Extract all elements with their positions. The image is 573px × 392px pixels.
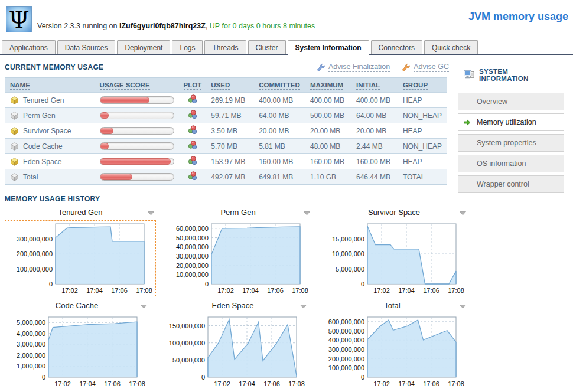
svg-text:3,000,000: 3,000,000 — [17, 341, 45, 348]
group-value: HEAP — [398, 123, 447, 139]
maximum-value: 500.00 MB — [305, 108, 351, 123]
usage-score-bar — [100, 112, 174, 119]
version-prefix: Version 2.3.3 running on — [37, 22, 118, 30]
table-row-total: Total 492.07 MB649.81 MB1.10 GB646.44 MB… — [5, 169, 447, 185]
tab-quick-check[interactable]: Quick check — [424, 40, 478, 54]
svg-text:17:04: 17:04 — [239, 380, 255, 387]
tab-applications[interactable]: Applications — [2, 40, 56, 54]
advise-finalization-link[interactable]: Advise Finalization — [317, 63, 390, 72]
column-header-name[interactable]: NAME — [5, 78, 95, 93]
tab-connectors[interactable]: Connectors — [371, 40, 422, 54]
nonheap-cube-icon — [10, 142, 19, 151]
column-header-plot[interactable]: PLOT — [179, 78, 207, 93]
column-header-committed[interactable]: COMMITTED — [254, 78, 305, 93]
tab-logs[interactable]: Logs — [172, 40, 203, 54]
tab-system-information[interactable]: System Information — [288, 40, 369, 55]
app-logo[interactable]: Ψ — [6, 6, 32, 32]
sidebar-item-os-information[interactable]: OS information — [458, 155, 564, 172]
memory-region-name: Tenured Gen — [23, 96, 64, 104]
plot-link[interactable] — [188, 94, 197, 106]
column-header-group[interactable]: GROUP — [398, 78, 447, 93]
svg-text:10,000,000: 10,000,000 — [176, 271, 209, 278]
tab-bar: ApplicationsData SourcesDeploymentLogsTh… — [0, 40, 573, 55]
chart-title-row: Eden Space — [157, 301, 308, 313]
chart-menu-button[interactable] — [304, 211, 310, 215]
chart-menu-button[interactable] — [460, 211, 466, 215]
usage-score-bar — [100, 96, 174, 104]
plot-link[interactable] — [188, 110, 197, 121]
column-header-maximum[interactable]: MAXIMUM — [305, 78, 351, 93]
chart-title: Perm Gen — [220, 208, 255, 217]
plot-link[interactable] — [188, 171, 197, 182]
sidebar-item-memory-utilization[interactable]: Memory utilization — [458, 113, 564, 131]
chart-plot-survivor-space[interactable]: 05,000,00010,000,00015,000,00017:0217:04… — [320, 220, 468, 296]
svg-text:150,000,000: 150,000,000 — [169, 322, 205, 329]
chevron-down-icon — [304, 211, 310, 215]
chevron-down-icon — [300, 305, 307, 309]
used-value: 5.70 MB — [206, 139, 254, 154]
group-value: NON_HEAP — [398, 108, 447, 123]
svg-text:600,000,000: 600,000,000 — [328, 318, 364, 325]
chart-title: Tenured Gen — [58, 208, 102, 217]
svg-text:2,000,000: 2,000,000 — [17, 352, 45, 359]
maximum-value: 48.00 MB — [305, 139, 351, 154]
svg-text:100,000,000: 100,000,000 — [169, 339, 205, 347]
wrench-blue-icon — [317, 63, 325, 72]
plot-link[interactable] — [188, 141, 197, 152]
usage-score-bar — [100, 173, 174, 181]
chart-plot-total[interactable]: 0100,000,000200,000,000300,000,000400,00… — [317, 313, 468, 390]
plot-link[interactable] — [188, 125, 197, 136]
plot-icon — [188, 171, 197, 181]
main-area: CURRENT MEMORY USAGE Advise Finalization… — [0, 55, 573, 390]
table-row-perm-gen: Perm Gen 59.71 MB64.00 MB500.00 MB64.00 … — [5, 108, 447, 123]
memory-table: NAMEUSAGE SCOREPLOTUSEDCOMMITTEDMAXIMUMI… — [5, 77, 447, 185]
committed-value: 160.00 MB — [254, 154, 305, 169]
version-line: Version 2.3.3 running on iZuf6gyurl0fqb8… — [37, 22, 315, 30]
chart-menu-button[interactable] — [148, 211, 154, 215]
svg-text:30,000,000: 30,000,000 — [176, 253, 209, 260]
memory-region-name: Survivor Space — [23, 127, 71, 135]
sidebar-item-overview[interactable]: Overview — [458, 93, 564, 110]
tab-deployment[interactable]: Deployment — [117, 40, 170, 54]
svg-text:17:02: 17:02 — [54, 380, 71, 387]
advise-finalization-label: Advise Finalization — [328, 63, 390, 72]
svg-text:17:08: 17:08 — [136, 287, 152, 294]
chart-plot-eden-space[interactable]: 050,000,000100,000,000150,000,00017:0217… — [157, 313, 308, 390]
tab-threads[interactable]: Threads — [204, 40, 246, 54]
svg-text:20,000,000: 20,000,000 — [176, 262, 209, 269]
sidebar-item-system-properties[interactable]: System properties — [458, 134, 564, 152]
active-arrow-icon — [464, 119, 471, 126]
svg-text:0: 0 — [361, 280, 364, 288]
committed-value: 20.00 MB — [254, 123, 305, 139]
sidebar-item-label: System properties — [477, 139, 536, 147]
column-header-used[interactable]: USED — [206, 78, 254, 93]
advise-gc-link[interactable]: Advise GC — [402, 63, 449, 72]
chart-plot-code-cache[interactable]: 01,000,0002,000,0003,000,0004,000,0005,0… — [5, 313, 149, 390]
plot-link[interactable] — [188, 156, 197, 167]
chart-title-row: Code Cache — [5, 301, 149, 313]
svg-text:17:06: 17:06 — [423, 380, 439, 387]
svg-text:0: 0 — [49, 280, 53, 288]
column-header-initial[interactable]: INITIAL — [351, 78, 398, 93]
table-row-survivor-space: Survivor Space 3.50 MB20.00 MB20.00 MB20… — [5, 123, 447, 139]
monitor-icon — [464, 70, 474, 80]
sidebar-item-wrapper-control[interactable]: Wrapper control — [458, 175, 564, 193]
tab-data-sources[interactable]: Data Sources — [57, 40, 116, 54]
heap-cube-icon — [10, 96, 19, 104]
plot-icon — [188, 94, 197, 104]
svg-text:15,000,000: 15,000,000 — [332, 236, 364, 243]
chart-menu-button[interactable] — [300, 305, 307, 309]
sidebar-title: SYSTEM INFORMATION — [479, 68, 558, 82]
chart-menu-button[interactable] — [460, 305, 466, 309]
wrench-orange-icon — [402, 63, 411, 72]
maximum-value: 160.00 MB — [305, 154, 351, 169]
column-header-usage-score[interactable]: USAGE SCORE — [95, 78, 179, 93]
chart-plot-tenured-gen[interactable]: 0100,000,000200,000,000300,000,00017:021… — [5, 220, 156, 296]
chart-menu-button[interactable] — [141, 305, 147, 309]
memory-region-name: Total — [23, 173, 38, 181]
current-memory-head: CURRENT MEMORY USAGE Advise Finalization… — [5, 63, 449, 72]
chart-plot-perm-gen[interactable]: 010,000,00020,000,00030,000,00040,000,00… — [164, 220, 312, 296]
used-value: 269.19 MB — [206, 93, 254, 108]
tab-cluster[interactable]: Cluster — [248, 40, 286, 54]
chart-cell-survivor-space: Survivor Space 05,000,00010,000,00015,00… — [320, 208, 468, 296]
